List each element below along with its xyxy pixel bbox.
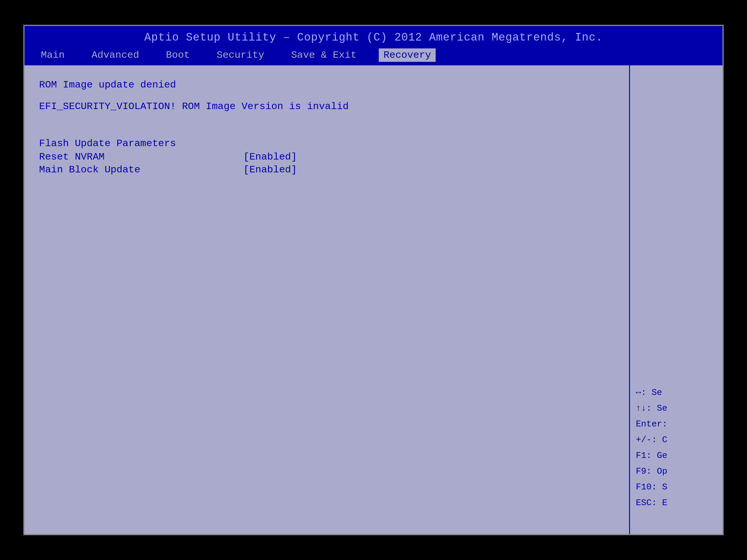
help-item-2: Enter: [636,416,717,432]
screen-wrapper: Aptio Setup Utility – Copyright (C) 2012… [0,0,747,560]
help-item-6: F10: S [636,479,717,495]
setting-label-main-block-update[interactable]: Main Block Update [39,164,243,175]
main-panel: ROM Image update denied EFI_SECURITY_VIO… [25,65,629,534]
menu-bar: Main Advanced Boot Security Save & Exit … [25,47,722,65]
error-line2: EFI_SECURITY_VIOLATION! ROM Image Versio… [39,99,615,114]
menu-item-save-exit[interactable]: Save & Exit [287,48,361,62]
section-title: Flash Update Parameters [39,138,615,149]
title-bar: Aptio Setup Utility – Copyright (C) 2012… [25,26,722,47]
bios-screen: Aptio Setup Utility – Copyright (C) 2012… [23,25,724,535]
help-item-3: +/-: C [636,432,717,448]
menu-item-main[interactable]: Main [36,48,70,62]
spacer1 [39,121,615,129]
help-item-5: F9: Op [636,463,717,479]
menu-item-advanced[interactable]: Advanced [87,48,144,62]
help-item-4: F1: Ge [636,448,717,463]
right-panel: ↔: Se ↑↓: Se Enter: +/-: C F1: Ge F9: Op… [629,65,722,534]
error-line1: ROM Image update denied [39,77,615,93]
menu-item-security[interactable]: Security [212,48,269,62]
menu-item-boot[interactable]: Boot [161,48,195,62]
setting-row-main-block-update: Main Block Update [Enabled] [39,164,615,175]
title-text: Aptio Setup Utility – Copyright (C) 2012… [144,31,602,44]
setting-value-main-block-update: [Enabled] [243,164,297,175]
content-area: ROM Image update denied EFI_SECURITY_VIO… [25,65,722,534]
setting-label-reset-nvram[interactable]: Reset NVRAM [39,151,243,162]
setting-row-reset-nvram: Reset NVRAM [Enabled] [39,151,615,162]
help-item-0: ↔: Se [636,385,717,400]
help-item-1: ↑↓: Se [636,400,717,416]
setting-value-reset-nvram: [Enabled] [243,151,297,162]
help-item-7: ESC: E [636,495,717,511]
menu-item-recovery[interactable]: Recovery [379,48,436,62]
